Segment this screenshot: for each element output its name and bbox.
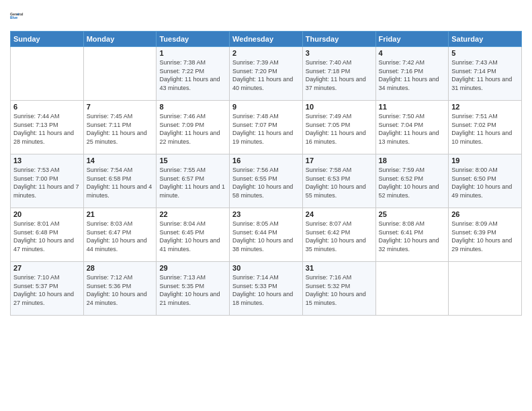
day-cell: 15 Sunrise: 7:55 AMSunset: 6:57 PMDaylig… <box>157 154 230 208</box>
day-number: 28 <box>87 264 154 272</box>
svg-text:Blue: Blue <box>10 15 17 19</box>
day-info: Sunrise: 7:40 AMSunset: 7:18 PMDaylight:… <box>306 58 373 92</box>
day-cell: 4 Sunrise: 7:42 AMSunset: 7:16 PMDayligh… <box>375 47 449 101</box>
day-number: 20 <box>13 210 81 218</box>
day-cell: 17 Sunrise: 7:58 AMSunset: 6:53 PMDaylig… <box>302 154 375 208</box>
day-number: 18 <box>379 156 446 165</box>
day-cell: 8 Sunrise: 7:46 AMSunset: 7:09 PMDayligh… <box>157 101 230 154</box>
day-cell: 12 Sunrise: 7:51 AMSunset: 7:02 PMDaylig… <box>449 101 522 154</box>
day-number: 9 <box>232 103 300 111</box>
day-cell: 28 Sunrise: 7:12 AMSunset: 5:36 PMDaylig… <box>83 262 157 316</box>
logo: General Blue <box>10 7 29 26</box>
day-info: Sunrise: 7:46 AMSunset: 7:09 PMDaylight:… <box>159 112 226 146</box>
day-info: Sunrise: 7:16 AMSunset: 5:32 PMDaylight:… <box>306 273 373 307</box>
day-number: 2 <box>232 49 300 57</box>
day-cell: 11 Sunrise: 7:50 AMSunset: 7:04 PMDaylig… <box>375 101 449 154</box>
day-info: Sunrise: 8:00 AMSunset: 6:50 PMDaylight:… <box>451 166 519 199</box>
week-row-3: 13 Sunrise: 7:53 AMSunset: 7:00 PMDaylig… <box>11 154 522 208</box>
week-row-4: 20 Sunrise: 8:01 AMSunset: 6:48 PMDaylig… <box>11 208 522 262</box>
day-info: Sunrise: 7:55 AMSunset: 6:57 PMDaylight:… <box>159 166 226 199</box>
day-info: Sunrise: 7:49 AMSunset: 7:05 PMDaylight:… <box>306 112 373 146</box>
day-info: Sunrise: 7:12 AMSunset: 5:36 PMDaylight:… <box>87 273 154 307</box>
day-number: 11 <box>379 103 446 111</box>
day-cell: 1 Sunrise: 7:38 AMSunset: 7:22 PMDayligh… <box>157 47 230 101</box>
day-cell: 9 Sunrise: 7:48 AMSunset: 7:07 PMDayligh… <box>230 101 303 154</box>
day-number: 15 <box>159 156 226 165</box>
week-row-5: 27 Sunrise: 7:10 AMSunset: 5:37 PMDaylig… <box>11 262 522 316</box>
col-header-tuesday: Tuesday <box>157 32 230 47</box>
calendar-table: SundayMondayTuesdayWednesdayThursdayFrid… <box>10 31 522 316</box>
day-info: Sunrise: 7:51 AMSunset: 7:02 PMDaylight:… <box>451 112 519 146</box>
day-cell <box>375 262 449 316</box>
day-number: 16 <box>232 156 300 165</box>
day-info: Sunrise: 7:43 AMSunset: 7:14 PMDaylight:… <box>451 58 519 92</box>
day-number: 24 <box>306 210 373 218</box>
day-cell: 29 Sunrise: 7:13 AMSunset: 5:35 PMDaylig… <box>157 262 230 316</box>
col-header-monday: Monday <box>83 32 157 47</box>
day-info: Sunrise: 8:09 AMSunset: 6:39 PMDaylight:… <box>451 220 519 253</box>
week-row-2: 6 Sunrise: 7:44 AMSunset: 7:13 PMDayligh… <box>11 101 522 154</box>
day-cell: 2 Sunrise: 7:39 AMSunset: 7:20 PMDayligh… <box>230 47 303 101</box>
day-number: 31 <box>306 264 373 272</box>
day-number: 14 <box>87 156 154 165</box>
day-number: 19 <box>451 156 519 165</box>
day-cell: 6 Sunrise: 7:44 AMSunset: 7:13 PMDayligh… <box>11 101 84 154</box>
day-info: Sunrise: 8:01 AMSunset: 6:48 PMDaylight:… <box>13 220 81 253</box>
day-cell: 19 Sunrise: 8:00 AMSunset: 6:50 PMDaylig… <box>449 154 522 208</box>
day-info: Sunrise: 7:39 AMSunset: 7:20 PMDaylight:… <box>232 58 300 92</box>
day-cell: 7 Sunrise: 7:45 AMSunset: 7:11 PMDayligh… <box>83 101 157 154</box>
day-cell: 21 Sunrise: 8:03 AMSunset: 6:47 PMDaylig… <box>83 208 157 262</box>
day-number: 6 <box>13 103 81 111</box>
logo-icon: General Blue <box>10 7 29 26</box>
day-cell: 14 Sunrise: 7:54 AMSunset: 6:58 PMDaylig… <box>83 154 157 208</box>
day-cell: 3 Sunrise: 7:40 AMSunset: 7:18 PMDayligh… <box>302 47 375 101</box>
day-info: Sunrise: 8:07 AMSunset: 6:42 PMDaylight:… <box>306 220 373 253</box>
day-info: Sunrise: 7:53 AMSunset: 7:00 PMDaylight:… <box>13 166 81 199</box>
day-cell: 18 Sunrise: 7:59 AMSunset: 6:52 PMDaylig… <box>375 154 449 208</box>
day-cell: 20 Sunrise: 8:01 AMSunset: 6:48 PMDaylig… <box>11 208 84 262</box>
day-info: Sunrise: 8:08 AMSunset: 6:41 PMDaylight:… <box>379 220 446 253</box>
day-info: Sunrise: 7:56 AMSunset: 6:55 PMDaylight:… <box>232 166 300 199</box>
day-cell: 27 Sunrise: 7:10 AMSunset: 5:37 PMDaylig… <box>11 262 84 316</box>
day-number: 4 <box>379 49 446 57</box>
day-cell: 10 Sunrise: 7:49 AMSunset: 7:05 PMDaylig… <box>302 101 375 154</box>
day-cell: 30 Sunrise: 7:14 AMSunset: 5:33 PMDaylig… <box>230 262 303 316</box>
day-info: Sunrise: 7:48 AMSunset: 7:07 PMDaylight:… <box>232 112 300 146</box>
day-cell <box>11 47 84 101</box>
day-cell: 25 Sunrise: 8:08 AMSunset: 6:41 PMDaylig… <box>375 208 449 262</box>
week-row-1: 1 Sunrise: 7:38 AMSunset: 7:22 PMDayligh… <box>11 47 522 101</box>
day-cell <box>449 262 522 316</box>
col-header-thursday: Thursday <box>302 32 375 47</box>
day-number: 30 <box>232 264 300 272</box>
day-cell <box>83 47 157 101</box>
day-info: Sunrise: 7:42 AMSunset: 7:16 PMDaylight:… <box>379 58 446 92</box>
day-cell: 16 Sunrise: 7:56 AMSunset: 6:55 PMDaylig… <box>230 154 303 208</box>
day-number: 23 <box>232 210 300 218</box>
day-info: Sunrise: 7:45 AMSunset: 7:11 PMDaylight:… <box>87 112 154 146</box>
header-row: SundayMondayTuesdayWednesdayThursdayFrid… <box>11 32 522 47</box>
day-number: 17 <box>306 156 373 165</box>
day-info: Sunrise: 7:44 AMSunset: 7:13 PMDaylight:… <box>13 112 81 146</box>
day-number: 26 <box>451 210 519 218</box>
day-cell: 31 Sunrise: 7:16 AMSunset: 5:32 PMDaylig… <box>302 262 375 316</box>
day-info: Sunrise: 7:14 AMSunset: 5:33 PMDaylight:… <box>232 273 300 307</box>
day-number: 21 <box>87 210 154 218</box>
day-cell: 5 Sunrise: 7:43 AMSunset: 7:14 PMDayligh… <box>449 47 522 101</box>
day-number: 7 <box>87 103 154 111</box>
day-number: 13 <box>13 156 81 165</box>
day-info: Sunrise: 8:04 AMSunset: 6:45 PMDaylight:… <box>159 220 226 253</box>
day-number: 22 <box>159 210 226 218</box>
day-number: 29 <box>159 264 226 272</box>
day-info: Sunrise: 8:05 AMSunset: 6:44 PMDaylight:… <box>232 220 300 253</box>
day-info: Sunrise: 7:50 AMSunset: 7:04 PMDaylight:… <box>379 112 446 146</box>
day-number: 10 <box>306 103 373 111</box>
day-info: Sunrise: 7:13 AMSunset: 5:35 PMDaylight:… <box>159 273 226 307</box>
day-cell: 22 Sunrise: 8:04 AMSunset: 6:45 PMDaylig… <box>157 208 230 262</box>
day-number: 27 <box>13 264 81 272</box>
col-header-wednesday: Wednesday <box>230 32 303 47</box>
day-info: Sunrise: 7:54 AMSunset: 6:58 PMDaylight:… <box>87 166 154 199</box>
col-header-sunday: Sunday <box>11 32 84 47</box>
day-cell: 26 Sunrise: 8:09 AMSunset: 6:39 PMDaylig… <box>449 208 522 262</box>
header: General Blue <box>10 7 522 26</box>
day-cell: 24 Sunrise: 8:07 AMSunset: 6:42 PMDaylig… <box>302 208 375 262</box>
